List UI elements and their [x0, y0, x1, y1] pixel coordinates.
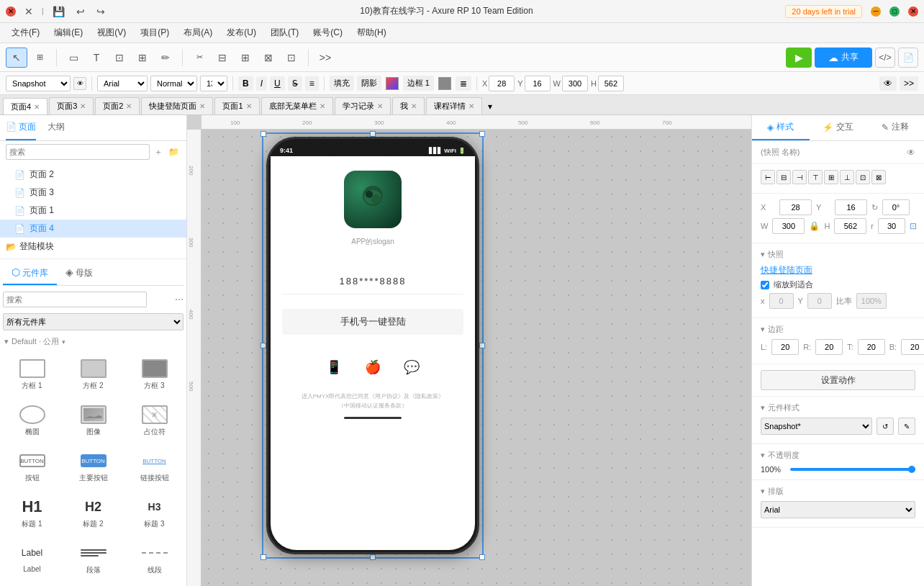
phone-mockup[interactable]: 9:41 ▋▋▋ WiFi 🔋 [266, 137, 479, 554]
tab-quick-login-close[interactable]: ✕ [199, 102, 205, 110]
size-h-input[interactable] [834, 218, 866, 234]
handle-mr[interactable] [479, 343, 485, 348]
y-input[interactable] [525, 76, 551, 91]
border-btn[interactable]: 边框 1 [403, 76, 434, 91]
align-bottom-btn[interactable]: ⊥ [840, 170, 854, 184]
eye-btn[interactable]: 👁 [879, 76, 897, 91]
align-top-btn[interactable]: ⊤ [808, 170, 823, 184]
h-input[interactable] [598, 76, 624, 91]
new-icon[interactable]: ✕ [22, 4, 36, 19]
page-item-1[interactable]: 📄 页面 1 [0, 202, 186, 220]
component-link-btn[interactable]: BUTTON 链接按钮 [125, 445, 184, 488]
page-search-input[interactable] [6, 144, 150, 160]
dist-v-tool[interactable]: ⊡ [281, 48, 302, 68]
text-tool[interactable]: T [86, 48, 107, 68]
component-primary-btn[interactable]: BUTTON 主要按钮 [64, 445, 122, 488]
tab-course[interactable]: 课程详情 ✕ [426, 97, 482, 114]
font-style-select[interactable]: Normal [150, 76, 197, 91]
handle-tl[interactable] [261, 131, 266, 137]
dist-v-btn[interactable]: ⊠ [871, 170, 886, 184]
lib-select[interactable]: 所有元件库 [3, 313, 184, 330]
handle-bc[interactable] [370, 554, 376, 560]
opacity-slider[interactable] [790, 468, 915, 471]
rectangle-tool[interactable]: ▭ [63, 48, 84, 68]
menu-view[interactable]: 视图(V) [91, 24, 132, 41]
tab-page1-close[interactable]: ✕ [246, 102, 252, 110]
snapshot-select[interactable]: Snapshot [6, 76, 71, 91]
w-input[interactable] [562, 76, 588, 91]
text-style-btn[interactable]: ≣ [456, 76, 471, 91]
align-center-v-btn[interactable]: ⊞ [824, 170, 838, 184]
handle-tc[interactable] [370, 131, 376, 137]
edit-style-btn[interactable]: ✎ [898, 418, 915, 435]
more-tools[interactable]: >> [314, 48, 336, 68]
tab-page3[interactable]: 页面3 ✕ [49, 97, 94, 114]
border-color[interactable] [438, 77, 451, 90]
menu-layout[interactable]: 布局(A) [178, 24, 218, 41]
component-label[interactable]: Label Label [3, 537, 61, 580]
lib-tab-components[interactable]: ⬡元件库 [3, 262, 57, 285]
size-w-input[interactable] [772, 218, 805, 234]
tabs-overflow-btn[interactable]: ▾ [484, 99, 497, 114]
snapshot-eye-btn[interactable]: 👁 [73, 77, 86, 90]
menu-project[interactable]: 项目(P) [135, 24, 175, 41]
font-family-select[interactable]: Arial [97, 76, 148, 91]
close-window-button[interactable]: ✕ [908, 6, 918, 17]
right-tab-style[interactable]: ◈ 样式 [752, 115, 810, 140]
strikethrough-btn[interactable]: S̶ [288, 76, 302, 91]
canvas-area[interactable]: 100 200 300 400 500 600 700 200 300 400 … [187, 115, 751, 586]
pen-tool[interactable]: ✏ [155, 48, 176, 68]
panel-tab-outline[interactable]: 大纲 [47, 115, 65, 140]
save-icon[interactable]: 💾 [50, 4, 68, 19]
component-box3[interactable]: 方框 3 [125, 353, 184, 396]
add-folder-btn[interactable]: 📁 [167, 145, 181, 158]
canvas-content[interactable]: 9:41 ▋▋▋ WiFi 🔋 [201, 130, 751, 586]
maximize-button[interactable]: □ [889, 6, 900, 17]
align-center-h-btn[interactable]: ⊟ [776, 170, 791, 184]
border-r-input[interactable] [815, 339, 843, 355]
menu-team[interactable]: 团队(T) [265, 24, 304, 41]
tab-page2-close[interactable]: ✕ [126, 102, 132, 110]
component-paragraph[interactable]: 段落 [64, 537, 122, 580]
expand-icon[interactable]: ⊡ [910, 221, 917, 231]
component-h1[interactable]: H1 标题 1 [3, 491, 61, 534]
component-ellipse[interactable]: 椭圆 [3, 399, 61, 442]
font-size-select[interactable]: 13 [200, 76, 227, 91]
tab-page2[interactable]: 页面2 ✕ [95, 97, 140, 114]
eye-toggle[interactable]: 👁 [907, 148, 915, 158]
scale-checkbox[interactable] [761, 281, 769, 289]
save-style-btn[interactable]: ↺ [877, 418, 894, 435]
dist-h-tool[interactable]: ⊠ [258, 48, 279, 68]
handle-ml[interactable] [261, 343, 266, 348]
snapshot-link[interactable]: 快捷登陆页面 [761, 264, 812, 276]
align-h-tool[interactable]: ⊟ [212, 48, 233, 68]
menu-edit[interactable]: 编辑(E) [48, 24, 89, 41]
page-item-3[interactable]: 📄 页面 3 [0, 184, 186, 202]
align-v-tool[interactable]: ⊞ [235, 48, 256, 68]
undo-icon[interactable]: ↩ [73, 4, 88, 19]
menu-publish[interactable]: 发布(U) [221, 24, 262, 41]
lock-icon[interactable]: 🔒 [809, 221, 820, 231]
component-h3[interactable]: H3 标题 3 [125, 491, 184, 534]
share-button[interactable]: ☁ 共享 [815, 48, 872, 68]
handle-bl[interactable] [261, 554, 266, 560]
grid-tool[interactable]: ⊞ [132, 48, 153, 68]
tab-course-close[interactable]: ✕ [468, 102, 474, 110]
pos-y-input[interactable] [835, 199, 867, 215]
menu-help[interactable]: 帮助(H) [351, 24, 392, 41]
lib-more-btn[interactable]: ⋯ [175, 294, 184, 305]
code-button[interactable]: </> [875, 48, 895, 68]
add-page-btn[interactable]: ＋ [153, 145, 164, 160]
redo-icon[interactable]: ↪ [94, 4, 108, 19]
tab-no-menu-close[interactable]: ✕ [320, 102, 325, 110]
font-select[interactable]: Arial [761, 501, 915, 518]
menu-file[interactable]: 文件(F) [6, 24, 45, 41]
page-item-4[interactable]: 📄 页面 4 [0, 220, 186, 238]
component-placeholder[interactable]: × 占位符 [125, 399, 184, 442]
minimize-button[interactable]: ─ [871, 6, 881, 17]
tab-page4[interactable]: 页面4 ✕ [3, 98, 47, 115]
set-action-btn[interactable]: 设置动作 [761, 370, 915, 390]
tab-quick-login[interactable]: 快捷登陆页面 ✕ [141, 97, 213, 114]
crop-tool[interactable]: ✂ [189, 48, 210, 68]
tab-me[interactable]: 我 ✕ [392, 97, 425, 114]
